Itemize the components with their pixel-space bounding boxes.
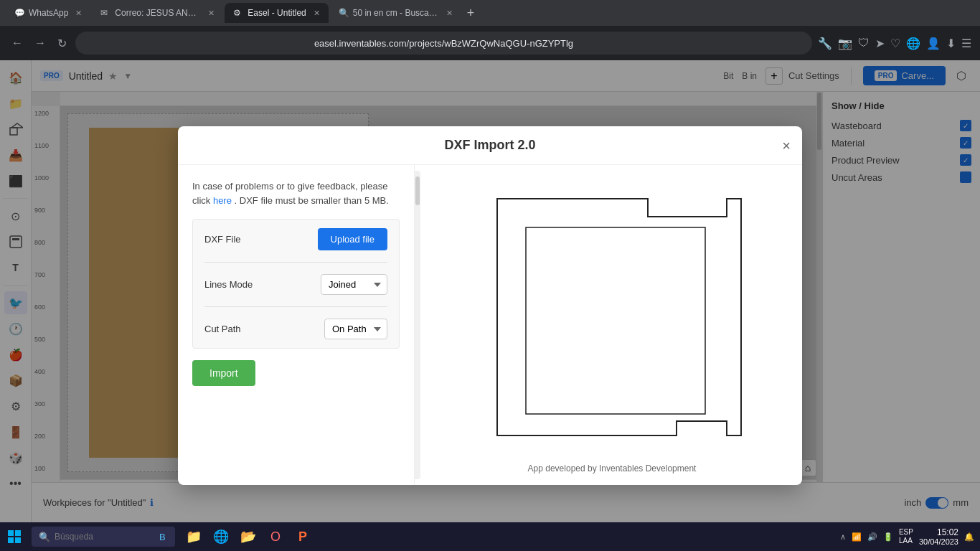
tab-easel[interactable]: ⚙ Easel - Untitled ✕	[225, 3, 328, 23]
taskbar-date-display: 30/04/2023	[919, 537, 958, 546]
taskbar-clock[interactable]: 15:02 30/04/2023	[919, 527, 958, 546]
start-button[interactable]	[0, 522, 29, 551]
whatsapp-favicon: 💬	[14, 8, 24, 18]
send-icon[interactable]: ➤	[875, 37, 885, 50]
taskbar-opera-icon[interactable]: O	[263, 524, 288, 550]
modal-backdrop: DXF Import 2.0 × In case of problems or …	[0, 60, 980, 551]
tab-whatsapp-label: WhatsApp	[29, 8, 68, 18]
address-input[interactable]	[75, 32, 812, 55]
camera-icon[interactable]: 📷	[838, 37, 852, 50]
dxf-import-modal: DXF Import 2.0 × In case of problems or …	[178, 126, 802, 485]
svg-rect-4	[526, 227, 705, 414]
taskbar-search-input[interactable]	[55, 532, 155, 542]
desc-part2: . DXF file must be smaller than 5 MB.	[235, 195, 389, 206]
wifi-icon: 📶	[852, 532, 862, 542]
taskbar-time-display: 15:02	[919, 527, 958, 537]
modal-body: In case of problems or to give feedback,…	[178, 165, 802, 485]
desc-link[interactable]: here	[213, 195, 232, 206]
modal-scrollbar[interactable]	[415, 171, 420, 479]
modal-left-wrapper: In case of problems or to give feedback,…	[178, 165, 422, 485]
dxf-file-label: DXF File	[204, 234, 241, 245]
svg-rect-8	[15, 537, 21, 543]
tab-correo-label: Correo: JESUS ANDRE DE L...	[115, 8, 201, 18]
tab-easel-label: Easel - Untitled	[248, 8, 306, 18]
tab-whatsapp-close[interactable]: ✕	[75, 9, 82, 18]
taskbar: 🔍 B 📁 🌐 📂 O P ∧ 📶 🔊 🔋 ESP LAA 15:02 30/0…	[0, 522, 980, 551]
extensions-icon[interactable]: 🔧	[818, 37, 832, 50]
browser-toolbar: 🔧 📷 🛡 ➤ ♡ 🌐 👤 ⬇ ☰	[818, 37, 971, 50]
tab-bar: 💬 WhatsApp ✕ ✉ Correo: JESUS ANDRE DE L.…	[0, 0, 980, 26]
address-bar: ← → ↻ 🔧 📷 🛡 ➤ ♡ 🌐 👤 ⬇ ☰	[0, 26, 980, 60]
taskbar-edge-icon[interactable]: 🌐	[208, 524, 234, 550]
svg-rect-5	[8, 530, 14, 536]
reload-button[interactable]: ↻	[55, 34, 70, 53]
shield-icon[interactable]: 🛡	[858, 37, 870, 50]
dxf-preview-svg	[476, 177, 748, 457]
taskbar-system-tray: ∧ 📶 🔊 🔋 ESP LAA 15:02 30/04/2023 🔔	[840, 527, 980, 546]
easel-favicon: ⚙	[233, 8, 243, 18]
tab-search[interactable]: 🔍 50 in en cm - Buscar con G... ✕	[330, 3, 461, 23]
volume-icon: 🔊	[867, 532, 877, 542]
taskbar-files-icon[interactable]: 📁	[181, 524, 207, 550]
dxf-file-row: DXF File Upload file	[204, 228, 387, 250]
correo-favicon: ✉	[100, 8, 110, 18]
tab-search-close[interactable]: ✕	[446, 9, 453, 18]
tab-correo-close[interactable]: ✕	[208, 9, 215, 18]
upload-file-button[interactable]: Upload file	[318, 228, 387, 250]
taskbar-apps: 📁 🌐 📂 O P	[181, 524, 316, 550]
translate-icon[interactable]: 🌐	[906, 37, 920, 50]
preview-caption: App developed by Inventables Development	[528, 463, 697, 474]
search-icon: 🔍	[39, 532, 50, 542]
taskbar-explorer-icon[interactable]: 📂	[235, 524, 261, 550]
tab-whatsapp[interactable]: 💬 WhatsApp ✕	[6, 3, 90, 23]
modal-title: DXF Import 2.0	[444, 138, 535, 153]
cut-path-select[interactable]: On Path Inside Outside	[324, 319, 387, 339]
battery-icon: 🔋	[883, 532, 893, 542]
modal-right-panel: App developed by Inventables Development	[422, 165, 802, 485]
tab-correo[interactable]: ✉ Correo: JESUS ANDRE DE L... ✕	[92, 3, 223, 23]
notifications-icon[interactable]: 🔔	[964, 532, 974, 542]
lines-mode-select[interactable]: Joined Separate Auto	[321, 274, 387, 295]
svg-rect-7	[8, 537, 14, 543]
taskbar-powerpoint-icon[interactable]: P	[290, 524, 316, 550]
modal-description: In case of problems or to give feedback,…	[192, 179, 400, 207]
windows-logo-icon	[8, 530, 21, 543]
svg-rect-6	[15, 530, 21, 536]
tab-search-label: 50 in en cm - Buscar con G...	[353, 8, 439, 18]
preview-container	[433, 176, 791, 458]
import-button[interactable]: Import	[192, 360, 255, 386]
profile-icon[interactable]: 👤	[926, 37, 941, 50]
menu-icon[interactable]: ☰	[961, 37, 971, 50]
tab-easel-close[interactable]: ✕	[314, 9, 320, 18]
lines-mode-label: Lines Mode	[204, 279, 253, 290]
search-favicon: 🔍	[339, 8, 349, 18]
cut-path-row: Cut Path On Path Inside Outside	[204, 319, 387, 339]
cut-path-label: Cut Path	[204, 324, 241, 334]
modal-header: DXF Import 2.0 ×	[178, 126, 802, 165]
taskbar-search[interactable]: 🔍 B	[32, 527, 175, 547]
modal-scrollbar-thumb	[415, 176, 420, 205]
bing-icon: B	[159, 532, 166, 542]
show-hidden-icons[interactable]: ∧	[840, 532, 846, 542]
new-tab-button[interactable]: +	[463, 6, 479, 21]
lines-mode-row: Lines Mode Joined Separate Auto	[204, 274, 387, 295]
download-icon[interactable]: ⬇	[946, 37, 956, 50]
modal-close-button[interactable]: ×	[782, 137, 791, 154]
form-section: DXF File Upload file Lines Mode Joined S…	[192, 219, 400, 349]
heart-icon[interactable]: ♡	[890, 37, 900, 50]
back-button[interactable]: ←	[9, 34, 26, 52]
modal-left-panel: In case of problems or to give feedback,…	[178, 165, 415, 485]
forward-button[interactable]: →	[32, 34, 49, 52]
language-indicator: ESP LAA	[899, 528, 913, 545]
